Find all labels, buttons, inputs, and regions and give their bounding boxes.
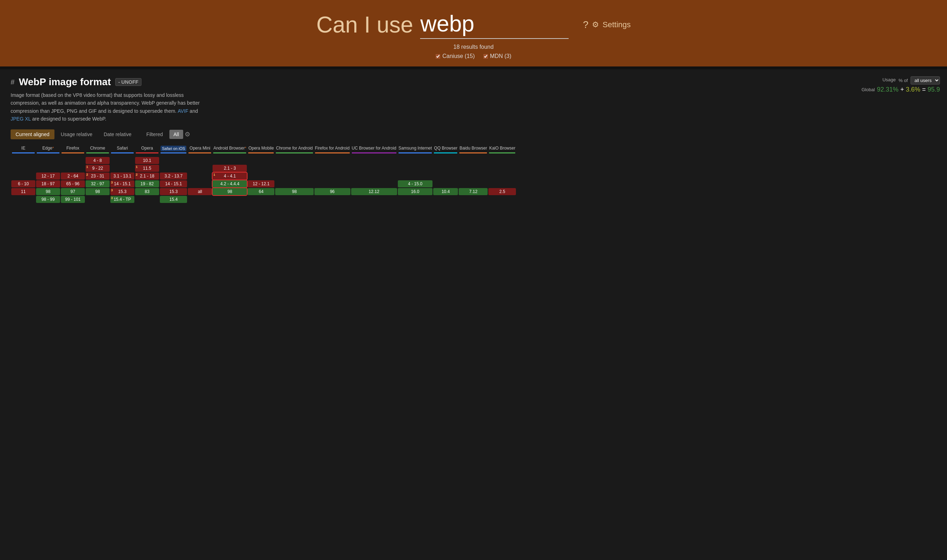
cell-safari: [110, 157, 134, 164]
mdn-checkbox[interactable]: [484, 54, 488, 59]
site-title: Can I use: [316, 12, 413, 38]
browser-header-qq-browser: QQ Browser: [433, 144, 458, 157]
cell-safari-ios: [160, 165, 187, 172]
cell-samsung-internet: [398, 157, 433, 164]
cell-opera-mobile: 12 - 12.1: [248, 180, 274, 188]
cell-ie: [11, 157, 35, 164]
caniuse-filter[interactable]: Caniuse (15): [436, 53, 475, 59]
feature-title-block: # WebP image format - UNOFF Image format…: [11, 76, 209, 123]
tab-date-relative[interactable]: Date relative: [99, 129, 137, 139]
users-select[interactable]: all users: [910, 76, 940, 85]
cell-ie: 11: [11, 188, 35, 195]
browser-header-android-browser: Android Browser*: [212, 144, 247, 157]
cell-opera: 19 - 82: [135, 180, 159, 188]
table-row: 4 - 810.1: [11, 157, 516, 164]
cell-opera: 83: [135, 188, 159, 195]
scope-label: Global: [861, 87, 875, 92]
cell-safari: 315.3: [110, 188, 134, 195]
main-content: # WebP image format - UNOFF Image format…: [0, 69, 947, 211]
cell-opera-mini: [188, 165, 212, 172]
feature-description: Image format (based on the VP8 video for…: [11, 91, 209, 123]
browser-header-baidu-browser: Baidu Browser: [459, 144, 488, 157]
table-row: 11989798315.38315.3all9864989612.1216.01…: [11, 188, 516, 195]
browser-header-uc-browser-android: UC Browser for Android: [351, 144, 397, 157]
cell-edge: 12 - 17: [36, 172, 60, 180]
cell-safari: 315.4 - TP: [110, 196, 134, 203]
cell-chrome: 32 - 97: [86, 180, 109, 188]
gear-icon: ⚙: [592, 20, 599, 29]
usage-plus: +: [900, 86, 906, 93]
view-tabs: Current aligned Usage relative Date rela…: [11, 129, 940, 139]
caniuse-checkbox[interactable]: [436, 54, 440, 59]
cell-uc-browser-android: [351, 196, 397, 203]
cell-safari: [110, 165, 134, 172]
cell-safari-ios: [160, 157, 187, 164]
cell-opera: 10.1: [135, 157, 159, 164]
cell-samsung-internet: 4 - 15.0: [398, 180, 433, 188]
cell-firefox: [61, 165, 85, 172]
separator: [0, 66, 947, 69]
mdn-filter[interactable]: MDN (3): [484, 53, 511, 59]
cell-kaios-browser: [488, 196, 516, 203]
cell-ie: [11, 196, 35, 203]
browser-header-opera-mobile: Opera Mobile: [248, 144, 274, 157]
browser-header-opera: Opera: [135, 144, 159, 157]
filter-row: Caniuse (15) MDN (3): [0, 53, 947, 59]
browser-header-ie: IE: [11, 144, 35, 157]
caniuse-label: Caniuse (15): [442, 53, 475, 59]
feature-desc-text: Image format (based on the VP8 video for…: [11, 92, 200, 114]
usage-equals: =: [922, 86, 927, 93]
tab-filtered[interactable]: Filtered: [142, 129, 168, 139]
jpeg-xl-link[interactable]: JPEG XL: [11, 116, 31, 122]
cell-opera: [135, 196, 159, 203]
header-title-row: Can I use ? ⚙ Settings: [0, 11, 947, 39]
cell-kaios-browser: [488, 157, 516, 164]
cell-chrome-android: [275, 180, 313, 188]
cell-ie: [11, 172, 35, 180]
usage-numbers: 92.31% + 3.6% = 95.9: [877, 86, 940, 93]
cell-opera-mobile: [248, 157, 274, 164]
usage-lime: 3.6%: [905, 86, 920, 93]
feature-title-text: WebP image format: [19, 76, 111, 88]
tab-current-aligned[interactable]: Current aligned: [11, 129, 54, 139]
results-count: 18 results found: [0, 44, 947, 50]
cell-baidu-browser: [459, 165, 488, 172]
cell-chrome: 4 - 8: [86, 157, 109, 164]
cell-qq-browser: [433, 172, 458, 180]
cell-samsung-internet: 16.0: [398, 188, 433, 195]
cell-kaios-browser: [488, 165, 516, 172]
cell-opera-mini: [188, 196, 212, 203]
cell-kaios-browser: 2.5: [488, 188, 516, 195]
cell-firefox: 99 - 101: [61, 196, 85, 203]
cell-chrome-android: [275, 196, 313, 203]
help-icon[interactable]: ?: [583, 19, 588, 31]
cell-chrome: 223 - 31: [86, 172, 109, 180]
cell-baidu-browser: [459, 157, 488, 164]
cell-opera-mini: [188, 172, 212, 180]
cell-qq-browser: [433, 157, 458, 164]
search-input[interactable]: [420, 11, 569, 39]
table-row: 19 - 22111.52.1 - 3: [11, 165, 516, 172]
tab-usage-relative[interactable]: Usage relative: [56, 129, 98, 139]
cell-chrome-android: 98: [275, 188, 313, 195]
settings-label[interactable]: Settings: [602, 20, 631, 29]
cell-android-browser: 14 - 4.1: [212, 172, 247, 180]
cell-uc-browser-android: [351, 180, 397, 188]
table-settings-button[interactable]: ⚙: [185, 131, 190, 138]
cell-samsung-internet: [398, 165, 433, 172]
cell-firefox-android: [314, 172, 350, 180]
cell-opera-mobile: 64: [248, 188, 274, 195]
cell-uc-browser-android: [351, 165, 397, 172]
cell-baidu-browser: [459, 172, 488, 180]
mdn-label: MDN (3): [490, 53, 511, 59]
cell-edge: 18 - 97: [36, 180, 60, 188]
cell-firefox: 97: [61, 188, 85, 195]
feature-badge: - UNOFF: [115, 78, 142, 86]
cell-chrome: 98: [86, 188, 109, 195]
cell-firefox-android: [314, 157, 350, 164]
cell-chrome: 19 - 22: [86, 165, 109, 172]
avif-link[interactable]: AVIF: [177, 108, 188, 114]
cell-baidu-browser: [459, 196, 488, 203]
browser-header-opera-mini: Opera Mini: [188, 144, 212, 157]
cell-ie: 6 - 10: [11, 180, 35, 188]
